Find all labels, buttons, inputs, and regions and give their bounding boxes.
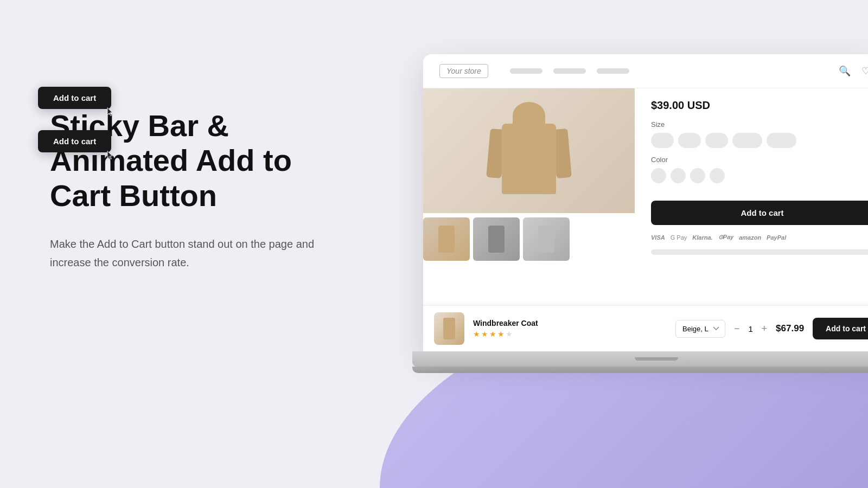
product-price: $39.00 USD [651,99,868,112]
product-details: $39.00 USD Size Color [635,88,868,305]
thumbnail-2[interactable] [473,217,520,261]
star-2: ★ [481,330,488,338]
thumb-mini-2 [488,226,505,253]
nav-pill-2 [553,68,586,74]
size-option-3[interactable] [705,133,728,148]
size-options [651,133,868,148]
laptop-mockup: Your store 🔍 ♡ [412,54,868,373]
size-label: Size [651,120,868,129]
thumb-mini-1 [438,226,455,253]
jacket-body [502,124,556,194]
nav-pill-3 [597,68,629,74]
thumb-mini-3 [538,226,554,253]
star-4: ★ [497,330,505,338]
color-label: Color [651,156,868,164]
quantity-minus[interactable]: − [734,323,740,335]
star-5: ★ [506,330,513,338]
floating-add-to-cart-1[interactable]: Add to cart [38,87,111,109]
amazon-badge: amazon [739,234,761,241]
jacket-hood [513,102,545,129]
size-option-5[interactable] [767,133,796,148]
size-option-1[interactable] [651,133,674,148]
floating-button-2: Add to cart [38,130,111,152]
floating-button-1: Add to cart [38,87,111,109]
jacket-illustration [486,97,572,205]
cursor-2 [105,150,116,163]
klarna-badge: Klarna. [692,234,712,241]
search-icon[interactable]: 🔍 [839,65,851,77]
sticky-price: $67.99 [776,323,804,334]
thumbnail-3[interactable] [523,217,570,261]
store-logo: Your store [439,64,488,78]
main-product-image [423,88,635,213]
color-option-2[interactable] [671,168,686,183]
cursor-1 [105,107,116,120]
quantity-plus[interactable]: + [762,323,768,335]
visa-badge: VISA [651,234,665,241]
gpay-badge: G Pay [671,234,687,241]
apay-badge: ⊙Pay [718,234,734,241]
laptop-foot [412,367,868,373]
quantity-value: 1 [745,324,756,333]
paypal-badge: PayPal [767,234,786,241]
sticky-bar: Windbreaker Coat ★ ★ ★ ★ ★ Beige, L − 1 … [423,305,868,351]
product-images [423,88,635,305]
sticky-product-name: Windbreaker Coat [473,319,538,328]
laptop-base [412,351,868,367]
payment-methods: VISA G Pay Klarna. ⊙Pay amazon PayPal [651,234,868,241]
floating-add-to-cart-2[interactable]: Add to cart [38,130,111,152]
add-to-cart-main-button[interactable]: Add to cart [651,201,868,225]
page-description: Make the Add to Cart button stand out on… [50,235,321,272]
quantity-control: − 1 + [734,323,767,335]
color-option-3[interactable] [690,168,705,183]
sticky-stars: ★ ★ ★ ★ ★ [473,330,538,338]
laptop-notch [635,357,678,361]
laptop-screen: Your store 🔍 ♡ [423,54,868,351]
product-area: $39.00 USD Size Color [423,88,868,305]
size-option-2[interactable] [678,133,701,148]
color-option-1[interactable] [651,168,666,183]
sticky-add-to-cart-button[interactable]: Add to cart [813,318,868,339]
thumbnail-1[interactable] [423,217,470,261]
size-section: Size [651,120,868,148]
wishlist-icon[interactable]: ♡ [861,65,868,77]
store-navbar: Your store 🔍 ♡ [423,54,868,88]
sticky-product-thumb [434,312,464,345]
page-heading: Sticky Bar & Animated Add to Cart Button [50,108,321,213]
detail-bar [651,249,868,255]
color-options [651,168,868,183]
size-option-4[interactable] [732,133,762,148]
variant-select[interactable]: Beige, L [675,320,725,338]
sticky-product-info: Windbreaker Coat ★ ★ ★ ★ ★ [473,319,538,338]
sticky-thumb-mini [443,318,455,339]
color-option-4[interactable] [710,168,725,183]
star-1: ★ [473,330,480,338]
star-3: ★ [489,330,496,338]
thumbnail-row [423,213,635,261]
color-section: Color [651,156,868,183]
nav-pill-1 [510,68,542,74]
